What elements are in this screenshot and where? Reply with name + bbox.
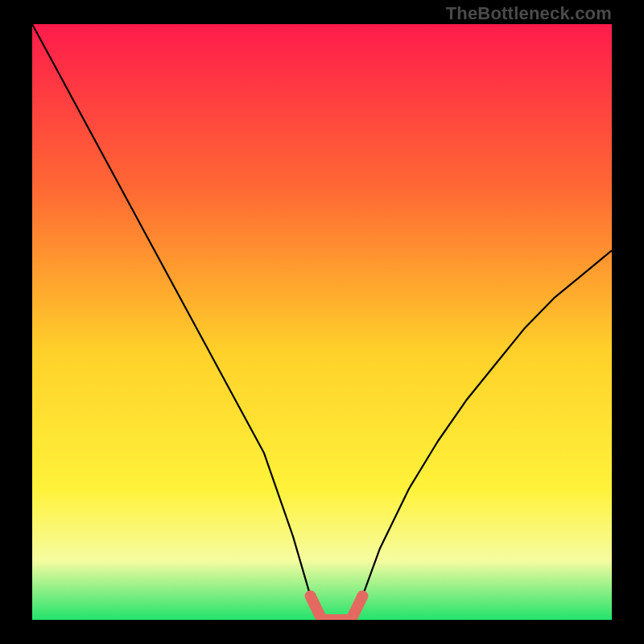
gradient-background xyxy=(32,24,612,620)
chart-frame: TheBottleneck.com xyxy=(0,0,644,644)
chart-svg xyxy=(32,24,612,620)
watermark-text: TheBottleneck.com xyxy=(446,3,612,24)
plot-area xyxy=(32,24,612,620)
